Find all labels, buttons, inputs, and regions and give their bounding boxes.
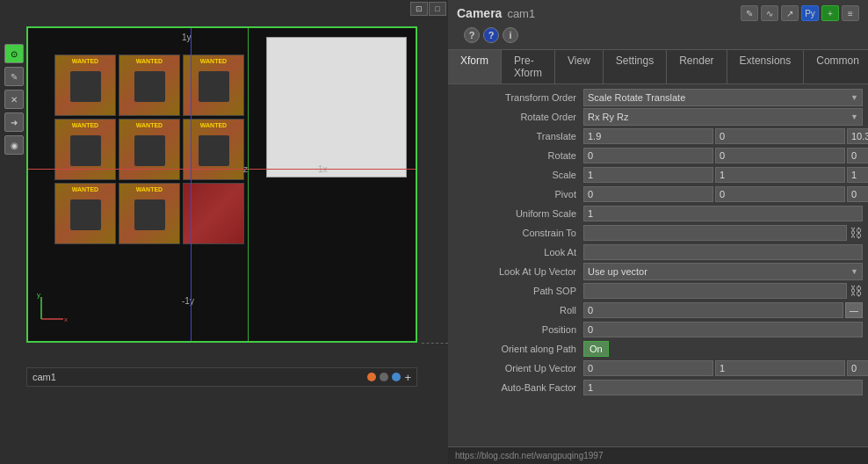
help-question-btn[interactable]: ? [464, 27, 480, 43]
corner-btn-2[interactable]: □ [429, 2, 446, 16]
orient-up-vector-x[interactable] [583, 360, 713, 376]
uniform-scale-input[interactable] [583, 206, 863, 221]
panel-header: Camera cam1 ✎ ∿ ↗ Py + ≡ ? ? i [448, 0, 868, 50]
translate-y[interactable] [715, 128, 845, 144]
look-at-input[interactable] [583, 244, 863, 260]
z-axis-line [248, 28, 249, 341]
tab-bar: Xform Pre-Xform View Settings Render Ext… [448, 50, 868, 84]
panel-subtitle: cam1 [507, 7, 535, 20]
help-row: ? ? i [457, 25, 859, 46]
rotate-x[interactable] [583, 148, 713, 163]
orient-up-vector-row: Orient Up Vector [448, 359, 868, 378]
transform-order-row: Transform Order Scale Rotate Translate ▼ [448, 88, 868, 107]
roll-minus-btn[interactable]: — [845, 302, 863, 318]
tab-common[interactable]: Common [804, 50, 868, 83]
svg-text:y: y [37, 293, 40, 299]
move-tool-btn[interactable]: ➜ [4, 112, 24, 132]
camera-view-rect [266, 37, 407, 178]
help-info-btn[interactable]: i [503, 27, 518, 43]
scale-z[interactable] [847, 167, 868, 183]
look-at-up-vector-label: Look At Up Vector [453, 266, 583, 277]
translate-x[interactable] [583, 128, 713, 144]
auto-bank-factor-input[interactable] [583, 380, 863, 395]
url-text: https://blog.csdn.net/wangpuqing1997 [455, 451, 603, 460]
plus-icon-btn[interactable]: + [821, 5, 839, 21]
pivot-z[interactable] [847, 186, 868, 202]
orient-along-path-btn[interactable]: On [583, 341, 609, 357]
expand-viewport-btn[interactable]: + [404, 371, 411, 384]
path-sop-label: Path SOP [453, 286, 583, 296]
viewport[interactable]: 1y z 1x -1y x y [26, 26, 417, 343]
properties-panel: Camera cam1 ✎ ∿ ↗ Py + ≡ ? ? i Xform Pre… [448, 0, 868, 464]
y-axis-line [191, 28, 192, 341]
dot-gray[interactable] [380, 373, 388, 381]
constrain-to-input[interactable] [583, 225, 847, 241]
grid-cell-1 [54, 54, 116, 116]
help-bookmark-btn[interactable]: ? [483, 27, 499, 43]
header-icon-group: ✎ ∿ ↗ Py + ≡ [741, 5, 859, 21]
transform-order-arrow: ▼ [850, 93, 858, 102]
translate-z[interactable] [847, 128, 868, 144]
pivot-x[interactable] [583, 186, 713, 202]
arrow-icon-btn[interactable]: ↗ [781, 5, 799, 21]
tab-settings[interactable]: Settings [604, 50, 667, 83]
grid-cell-9 [183, 183, 244, 244]
rotate-order-value: Rx Ry Rz [588, 112, 628, 122]
orient-up-vector-label: Orient Up Vector [453, 363, 583, 373]
view-tool-btn[interactable]: ✎ [4, 67, 24, 86]
tab-view[interactable]: View [555, 50, 604, 83]
look-at-up-vector-dropdown[interactable]: Use up vector ▼ [583, 263, 863, 280]
transform-order-value: Scale Rotate Translate [588, 92, 685, 103]
viewport-bottom-bar: cam1 + [26, 367, 417, 387]
dashed-connector [422, 343, 448, 344]
transform-tool-btn[interactable]: ✕ [4, 90, 24, 109]
tab-pre-xform[interactable]: Pre-Xform [502, 50, 555, 83]
path-sop-chain-icon[interactable]: ⛓ [849, 284, 863, 298]
transform-order-dropdown[interactable]: Scale Rotate Translate ▼ [583, 89, 863, 106]
orient-up-vector-y[interactable] [715, 360, 845, 376]
pencil-icon-btn[interactable]: ✎ [741, 5, 758, 21]
axis-y-label: 1y [182, 33, 192, 42]
rotate-row: Rotate [448, 146, 868, 165]
corner-btn-1[interactable]: ⊡ [410, 2, 428, 16]
curve-icon-btn[interactable]: ∿ [761, 5, 778, 21]
position-row: Position [448, 320, 868, 339]
scale-label: Scale [453, 170, 583, 180]
grid-cell-5 [119, 119, 180, 180]
rotate-y[interactable] [715, 148, 845, 163]
path-sop-input[interactable] [583, 283, 847, 299]
tab-xform[interactable]: Xform [448, 50, 502, 83]
rotate-z[interactable] [847, 148, 868, 163]
grid-cell-4 [54, 119, 116, 180]
scale-y[interactable] [715, 167, 845, 183]
constrain-to-row: Constrain To ⛓ [448, 223, 868, 243]
tab-extensions[interactable]: Extensions [727, 50, 805, 83]
image-grid [54, 54, 244, 244]
constrain-chain-icon[interactable]: ⛓ [849, 226, 863, 240]
rotate-tool-btn[interactable]: ◉ [4, 135, 24, 155]
select-tool-btn[interactable]: ⊙ [4, 44, 24, 63]
axis-neg-y-label: -1y [182, 296, 194, 306]
dot-orange[interactable] [367, 373, 376, 381]
left-toolbar: ⊙ ✎ ✕ ➜ ◉ [4, 44, 24, 155]
look-at-row: Look At [448, 243, 868, 262]
look-at-label: Look At [453, 247, 583, 257]
uniform-scale-label: Uniform Scale [453, 208, 583, 219]
uniform-scale-row: Uniform Scale [448, 204, 868, 223]
pivot-y[interactable] [715, 186, 845, 202]
translate-row: Translate [448, 127, 868, 146]
orient-up-vector-z[interactable] [847, 360, 868, 376]
position-input[interactable] [583, 322, 863, 337]
rotate-order-dropdown[interactable]: Rx Ry Rz ▼ [583, 108, 863, 126]
tab-render[interactable]: Render [667, 50, 727, 83]
menu-icon-btn[interactable]: ≡ [842, 5, 859, 21]
orient-along-path-label: Orient along Path [453, 344, 583, 354]
grid-cell-3 [183, 54, 244, 116]
translate-label: Translate [453, 131, 583, 141]
roll-input[interactable] [583, 302, 843, 318]
dot-blue[interactable] [392, 373, 401, 381]
python-icon-btn[interactable]: Py [801, 5, 819, 21]
scale-x[interactable] [583, 167, 713, 183]
url-bar: https://blog.csdn.net/wangpuqing1997 [448, 446, 868, 464]
auto-bank-factor-label: Auto-Bank Factor [453, 382, 583, 393]
